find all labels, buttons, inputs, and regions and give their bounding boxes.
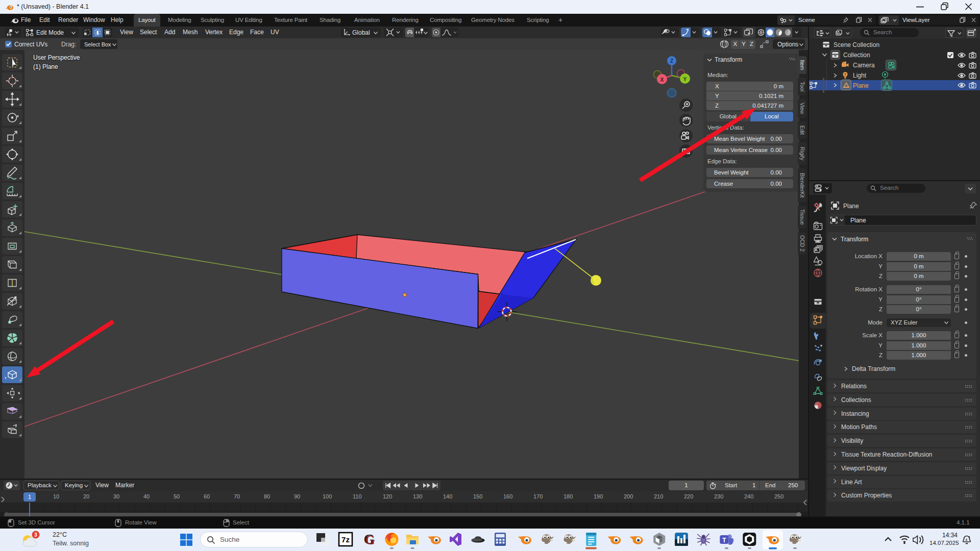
svg-text:Z: Z: [670, 58, 673, 64]
svg-text:T: T: [722, 537, 726, 544]
svg-text:X: X: [660, 77, 664, 83]
svg-text:z: z: [969, 535, 970, 538]
svg-text:3: 3: [34, 532, 37, 538]
svg-text:G: G: [365, 533, 375, 547]
svg-text:Y: Y: [683, 76, 687, 82]
svg-text:z: z: [966, 538, 968, 541]
svg-text:7z: 7z: [341, 535, 350, 544]
